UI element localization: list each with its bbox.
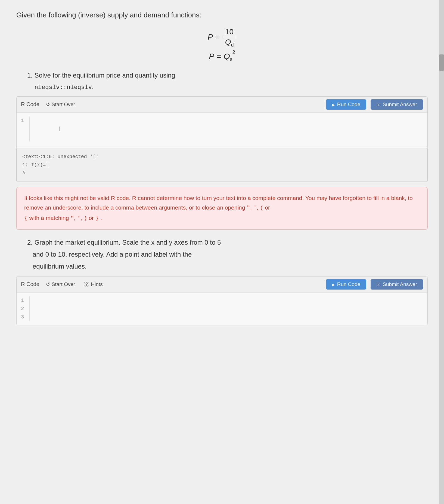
error-comma3: ,: [74, 215, 77, 221]
editor-2-line-numbers: 1 2 3: [21, 296, 30, 321]
question-1-text: 1. Solve for the equilibrium price and q…: [27, 70, 428, 80]
question-2-line1: Graph the market equilibrium. Scale the …: [35, 239, 221, 246]
error-comma1: ,: [250, 204, 253, 211]
error-brace: {: [24, 215, 28, 222]
question-2-text: 2. Graph the market equilibrium. Scale t…: [27, 237, 428, 248]
error-quote-double: ": [247, 205, 250, 211]
formula2-equals: =: [217, 52, 224, 61]
question-1-code-ref: nleqslv::nleqslv.: [27, 82, 428, 92]
question-1-number: 1.: [27, 72, 33, 79]
submit-label-1: Submit Answer: [383, 102, 417, 107]
play-icon-1: [332, 102, 335, 107]
bulb-icon: ?: [84, 282, 89, 287]
question-2-line3: equilibrium values.: [33, 263, 87, 270]
submit-answer-button-2[interactable]: Submit Answer: [371, 279, 423, 290]
question-2-text-line3: equilibrium values.: [27, 261, 428, 272]
editor-2-line-1: 1: [21, 296, 26, 305]
error-paren: (: [260, 205, 263, 211]
formula2: P = Qs2: [16, 52, 428, 62]
hints-label: Hints: [91, 281, 103, 287]
editor-1-line-numbers: 1: [21, 116, 30, 141]
error-quote-double2: ": [70, 215, 74, 222]
fraction: 10 Qd: [223, 27, 235, 48]
question-2-block: 2. Graph the market equilibrium. Scale t…: [27, 237, 428, 272]
question-1-period: .: [92, 83, 94, 90]
error-period: .: [99, 215, 102, 221]
page-container: Given the following (inverse) supply and…: [0, 0, 444, 504]
error-brace-close: }: [95, 215, 99, 222]
question-2-number: 2.: [27, 239, 33, 246]
editor-1-tab-label: R Code: [21, 101, 39, 107]
question-2-text-line2: and 0 to 10, respectively. Add a point a…: [27, 249, 428, 260]
error-box: It looks like this might not be valid R …: [16, 187, 428, 230]
error-comma4: ,: [80, 215, 84, 221]
formula2-q: Q: [223, 52, 230, 61]
editor-2-code-content[interactable]: [33, 296, 423, 321]
formula2-exp: 2: [232, 50, 235, 55]
run-label-1: Run Code: [337, 102, 361, 107]
run-code-button-1[interactable]: Run Code: [326, 99, 367, 110]
scrollbar-thumb[interactable]: [439, 54, 444, 71]
fraction-denominator: Qd: [223, 37, 235, 48]
check-icon-2: [377, 281, 380, 287]
hints-button[interactable]: ? Hints: [82, 280, 105, 288]
question-1-block: 1. Solve for the equilibrium price and q…: [27, 70, 428, 92]
error-quote-single: ': [253, 205, 257, 211]
formula2-p: P: [209, 52, 214, 61]
editor-1: R Code Start Over Run Code Submit Answer…: [16, 96, 428, 182]
fraction-sub-d: d: [231, 42, 234, 48]
fraction-q: Q: [225, 38, 231, 46]
refresh-icon-2: [46, 281, 50, 287]
formula1: P = 10 Qd: [16, 27, 428, 48]
start-over-label-1: Start Over: [52, 102, 75, 107]
line-number-1: 1: [21, 118, 24, 124]
editor-2-tab-label: R Code: [21, 281, 39, 287]
editor-1-divider: [17, 147, 427, 147]
start-over-button-2[interactable]: Start Over: [44, 280, 77, 288]
error-main-text: It looks like this might not be valid R …: [24, 195, 413, 211]
play-icon-2: [332, 281, 335, 287]
editor-2: R Code Start Over ? Hints Run Code Submi…: [16, 276, 428, 325]
intro-text: Given the following (inverse) supply and…: [16, 11, 428, 19]
code-ref: nleqslv::nleqslv: [35, 84, 92, 91]
editor-1-toolbar: R Code Start Over Run Code Submit Answer: [17, 97, 427, 113]
question-2-line2: and 0 to 10, respectively. Add a point a…: [33, 251, 192, 258]
editor-1-code-content[interactable]: [33, 116, 423, 141]
editor-1-output: <text>:1:6: unexpected '[' 1: f(x)=[ ^: [17, 149, 427, 182]
error-with-matching: with a matching: [28, 215, 71, 221]
submit-label-2: Submit Answer: [383, 281, 417, 287]
check-icon-1: [377, 102, 380, 107]
output-line-2: 1: f(x)=[: [22, 161, 422, 169]
formula-block: P = 10 Qd P = Qs2: [16, 27, 428, 62]
output-line-1: <text>:1:6: unexpected '[': [22, 153, 422, 161]
submit-answer-button-1[interactable]: Submit Answer: [371, 99, 423, 110]
formula2-sub: s: [230, 57, 232, 62]
error-or2: or: [87, 215, 95, 221]
editor-2-code-area[interactable]: 1 2 3: [17, 293, 427, 325]
formula1-p: P: [207, 32, 213, 41]
error-quote-single2: ': [77, 215, 80, 222]
error-comma2: ,: [257, 204, 260, 211]
refresh-icon-1: [46, 102, 50, 107]
cursor-line-1: [58, 126, 61, 132]
error-or1: or: [263, 204, 270, 211]
editor-2-toolbar: R Code Start Over ? Hints Run Code Submi…: [17, 276, 427, 293]
editor-2-line-3: 3: [21, 313, 26, 321]
editor-1-code-area[interactable]: 1: [17, 113, 427, 145]
editor-2-line-2: 2: [21, 305, 26, 313]
start-over-button-1[interactable]: Start Over: [44, 100, 77, 109]
error-paren-close: ): [84, 215, 87, 222]
run-label-2: Run Code: [337, 281, 361, 287]
fraction-numerator: 10: [223, 27, 235, 37]
scrollbar[interactable]: [439, 0, 444, 504]
output-line-3: ^: [22, 169, 422, 178]
run-code-button-2[interactable]: Run Code: [326, 279, 367, 290]
question-1-main: Solve for the equilibrium price and quan…: [35, 72, 175, 79]
start-over-label-2: Start Over: [52, 281, 75, 287]
formula1-equals: =: [215, 32, 222, 41]
